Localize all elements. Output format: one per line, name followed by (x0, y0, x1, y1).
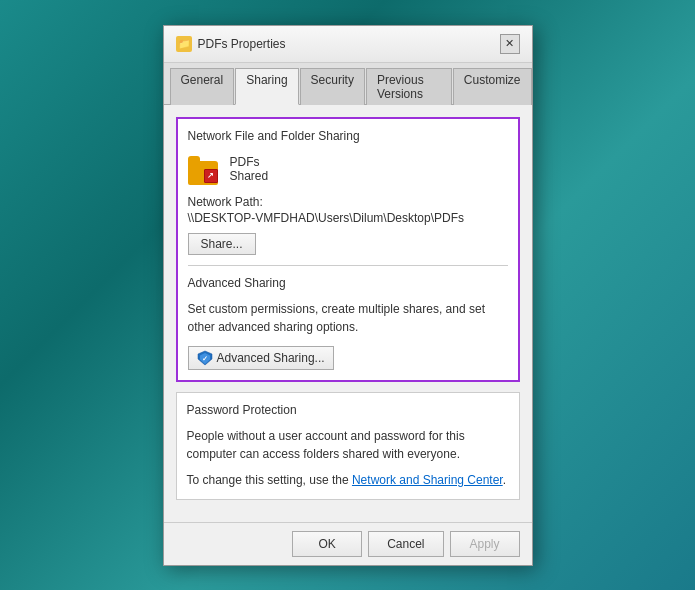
password-protection-section: Password Protection People without a use… (176, 392, 520, 500)
folder-icon-overlay: ↗ (204, 169, 218, 183)
folder-icon: ↗ (188, 153, 220, 185)
dialog-footer: OK Cancel Apply (164, 522, 532, 565)
advanced-sharing-button[interactable]: ✓ Advanced Sharing... (188, 346, 334, 370)
folder-info-row: ↗ PDFs Shared (188, 153, 508, 185)
folder-name: PDFs (230, 155, 269, 169)
folder-status: Shared (230, 169, 269, 183)
password-desc-1: People without a user account and passwo… (187, 427, 509, 463)
password-desc-2: To change this setting, use the Network … (187, 471, 509, 489)
shield-icon: ✓ (197, 350, 213, 366)
tab-security[interactable]: Security (300, 68, 365, 105)
title-bar-left: 📁 PDFs Properties (176, 36, 286, 52)
advanced-sharing-desc: Set custom permissions, create multiple … (188, 300, 508, 336)
tab-bar: General Sharing Security Previous Versio… (164, 63, 532, 105)
cancel-button[interactable]: Cancel (368, 531, 443, 557)
network-path-label: Network Path: (188, 195, 508, 209)
properties-dialog: 📁 PDFs Properties ✕ General Sharing Secu… (163, 25, 533, 566)
share-button[interactable]: Share... (188, 233, 256, 255)
tab-general[interactable]: General (170, 68, 235, 105)
dialog-title: PDFs Properties (198, 37, 286, 51)
password-desc-3: . (503, 473, 506, 487)
ok-button[interactable]: OK (292, 531, 362, 557)
advanced-sharing-title: Advanced Sharing (188, 276, 508, 290)
network-sharing-center-link[interactable]: Network and Sharing Center (352, 473, 503, 487)
close-button[interactable]: ✕ (500, 34, 520, 54)
advanced-sharing-button-label: Advanced Sharing... (217, 351, 325, 365)
folder-info: PDFs Shared (230, 155, 269, 183)
apply-button[interactable]: Apply (450, 531, 520, 557)
tab-content: Network File and Folder Sharing ↗ PDFs S… (164, 105, 532, 522)
title-bar: 📁 PDFs Properties ✕ (164, 26, 532, 63)
tab-sharing[interactable]: Sharing (235, 68, 298, 105)
password-desc-2-text: To change this setting, use the (187, 473, 349, 487)
network-sharing-title: Network File and Folder Sharing (188, 129, 508, 143)
tab-previous-versions[interactable]: Previous Versions (366, 68, 452, 105)
network-path-value: \\DESKTOP-VMFDHAD\Users\Dilum\Desktop\PD… (188, 211, 508, 225)
network-sharing-section: Network File and Folder Sharing ↗ PDFs S… (176, 117, 520, 382)
folder-title-icon: 📁 (176, 36, 192, 52)
tab-customize[interactable]: Customize (453, 68, 532, 105)
password-title: Password Protection (187, 403, 509, 417)
divider-1 (188, 265, 508, 266)
svg-text:✓: ✓ (202, 355, 208, 362)
